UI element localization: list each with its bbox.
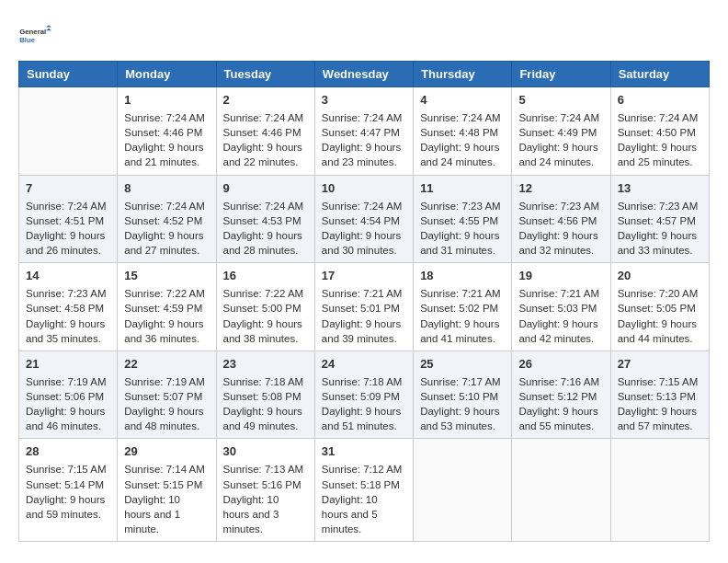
calendar-week-0: 1Sunrise: 7:24 AMSunset: 4:46 PMDaylight… [19, 87, 710, 176]
sunset-text: Sunset: 4:59 PM [124, 303, 202, 314]
daylight-text: Daylight: 9 hours and 55 minutes. [518, 406, 597, 431]
calendar-day-cell: 3Sunrise: 7:24 AMSunset: 4:47 PMDaylight… [314, 87, 413, 176]
sunrise-text: Sunrise: 7:20 AM [618, 288, 699, 299]
day-number: 10 [322, 180, 406, 197]
sunrise-text: Sunrise: 7:19 AM [26, 376, 107, 387]
sunset-text: Sunset: 5:15 PM [124, 479, 202, 490]
sunrise-text: Sunrise: 7:19 AM [124, 376, 205, 387]
daylight-text: Daylight: 9 hours and 39 minutes. [322, 318, 401, 344]
sunrise-text: Sunrise: 7:23 AM [420, 201, 501, 212]
daylight-text: Daylight: 9 hours and 25 minutes. [618, 142, 697, 167]
sunset-text: Sunset: 4:51 PM [26, 215, 104, 226]
day-number: 19 [518, 268, 603, 284]
sunset-text: Sunset: 5:06 PM [26, 391, 104, 402]
calendar-day-cell: 15Sunrise: 7:22 AMSunset: 4:59 PMDayligh… [118, 263, 216, 351]
daylight-text: Daylight: 9 hours and 49 minutes. [223, 406, 302, 431]
sunrise-text: Sunrise: 7:22 AM [124, 288, 205, 299]
sunset-text: Sunset: 4:50 PM [618, 127, 696, 138]
calendar-day-cell: 14Sunrise: 7:23 AMSunset: 4:58 PMDayligh… [19, 263, 118, 351]
day-number: 30 [223, 443, 308, 460]
sunrise-text: Sunrise: 7:21 AM [322, 288, 403, 299]
calendar-table: SundayMondayTuesdayWednesdayThursdayFrid… [18, 61, 710, 542]
calendar-day-cell: 29Sunrise: 7:14 AMSunset: 5:15 PMDayligh… [118, 439, 216, 542]
calendar-day-cell: 26Sunrise: 7:16 AMSunset: 5:12 PMDayligh… [512, 350, 610, 439]
calendar-day-cell: 17Sunrise: 7:21 AMSunset: 5:01 PMDayligh… [314, 263, 413, 351]
calendar-day-cell: 11Sunrise: 7:23 AMSunset: 4:55 PMDayligh… [414, 175, 512, 263]
sunset-text: Sunset: 5:05 PM [618, 303, 696, 314]
daylight-text: Daylight: 9 hours and 21 minutes. [124, 142, 203, 167]
sunset-text: Sunset: 5:00 PM [223, 303, 301, 314]
daylight-text: Daylight: 9 hours and 28 minutes. [223, 230, 302, 256]
sunset-text: Sunset: 4:53 PM [223, 215, 301, 226]
calendar-day-cell: 25Sunrise: 7:17 AMSunset: 5:10 PMDayligh… [414, 350, 512, 439]
day-number: 23 [223, 356, 308, 373]
page-header: General Blue [18, 18, 710, 52]
sunrise-text: Sunrise: 7:24 AM [124, 112, 205, 123]
sunrise-text: Sunrise: 7:24 AM [322, 201, 403, 212]
sunrise-text: Sunrise: 7:23 AM [518, 201, 599, 212]
calendar-day-cell: 22Sunrise: 7:19 AMSunset: 5:07 PMDayligh… [118, 350, 216, 439]
daylight-text: Daylight: 9 hours and 22 minutes. [223, 142, 302, 167]
calendar-day-cell: 2Sunrise: 7:24 AMSunset: 4:46 PMDaylight… [216, 87, 314, 176]
daylight-text: Daylight: 9 hours and 24 minutes. [518, 142, 597, 167]
sunrise-text: Sunrise: 7:12 AM [322, 464, 403, 475]
daylight-text: Daylight: 10 hours and 1 minute. [124, 494, 180, 534]
sunrise-text: Sunrise: 7:23 AM [618, 201, 699, 212]
daylight-text: Daylight: 9 hours and 24 minutes. [420, 142, 499, 167]
daylight-text: Daylight: 9 hours and 35 minutes. [26, 318, 105, 344]
day-number: 11 [420, 180, 505, 197]
calendar-day-cell: 23Sunrise: 7:18 AMSunset: 5:08 PMDayligh… [216, 350, 314, 439]
daylight-text: Daylight: 10 hours and 3 minutes. [223, 494, 279, 534]
sunrise-text: Sunrise: 7:16 AM [518, 376, 599, 387]
daylight-text: Daylight: 9 hours and 38 minutes. [223, 318, 302, 344]
daylight-text: Daylight: 9 hours and 51 minutes. [322, 406, 401, 431]
sunset-text: Sunset: 4:46 PM [124, 127, 202, 138]
sunrise-text: Sunrise: 7:24 AM [26, 201, 107, 212]
svg-text:Blue: Blue [19, 36, 36, 44]
sunrise-text: Sunrise: 7:15 AM [618, 376, 699, 387]
calendar-body: 1Sunrise: 7:24 AMSunset: 4:46 PMDaylight… [19, 87, 710, 542]
sunrise-text: Sunrise: 7:13 AM [223, 464, 304, 475]
calendar-day-cell: 30Sunrise: 7:13 AMSunset: 5:16 PMDayligh… [216, 439, 314, 542]
sunset-text: Sunset: 5:08 PM [223, 391, 301, 402]
daylight-text: Daylight: 9 hours and 30 minutes. [322, 230, 401, 256]
daylight-text: Daylight: 9 hours and 57 minutes. [618, 406, 697, 431]
calendar-week-2: 14Sunrise: 7:23 AMSunset: 4:58 PMDayligh… [19, 263, 710, 351]
daylight-text: Daylight: 10 hours and 5 minutes. [322, 494, 378, 534]
sunset-text: Sunset: 5:14 PM [26, 479, 104, 490]
sunset-text: Sunset: 4:57 PM [618, 215, 696, 226]
calendar-week-1: 7Sunrise: 7:24 AMSunset: 4:51 PMDaylight… [19, 175, 710, 263]
sunrise-text: Sunrise: 7:18 AM [223, 376, 304, 387]
day-number: 2 [223, 92, 308, 109]
calendar-day-cell: 6Sunrise: 7:24 AMSunset: 4:50 PMDaylight… [610, 87, 709, 176]
daylight-text: Daylight: 9 hours and 33 minutes. [618, 230, 697, 256]
svg-marker-3 [46, 29, 51, 30]
day-number: 13 [618, 180, 702, 197]
day-number: 17 [322, 268, 406, 284]
weekday-header-wednesday: Wednesday [314, 62, 413, 87]
sunset-text: Sunset: 4:55 PM [420, 215, 498, 226]
calendar-day-cell: 19Sunrise: 7:21 AMSunset: 5:03 PMDayligh… [512, 263, 610, 351]
weekday-header-saturday: Saturday [610, 62, 709, 87]
weekday-header-sunday: Sunday [19, 62, 118, 87]
sunrise-text: Sunrise: 7:23 AM [26, 288, 107, 299]
sunset-text: Sunset: 5:01 PM [322, 303, 400, 314]
sunset-text: Sunset: 5:07 PM [124, 391, 202, 402]
sunset-text: Sunset: 4:47 PM [322, 127, 400, 138]
day-number: 18 [420, 268, 505, 284]
day-number: 29 [124, 443, 209, 460]
svg-text:General: General [19, 28, 46, 36]
sunset-text: Sunset: 5:09 PM [322, 391, 400, 402]
sunset-text: Sunset: 5:16 PM [223, 479, 301, 490]
daylight-text: Daylight: 9 hours and 41 minutes. [420, 318, 499, 344]
calendar-day-cell [19, 87, 118, 176]
day-number: 4 [420, 92, 505, 109]
day-number: 1 [124, 92, 209, 109]
calendar-day-cell: 7Sunrise: 7:24 AMSunset: 4:51 PMDaylight… [19, 175, 118, 263]
daylight-text: Daylight: 9 hours and 46 minutes. [26, 406, 105, 431]
calendar-week-3: 21Sunrise: 7:19 AMSunset: 5:06 PMDayligh… [19, 350, 710, 439]
day-number: 24 [322, 356, 406, 373]
logo-svg: General Blue [18, 18, 51, 52]
sunset-text: Sunset: 4:56 PM [518, 215, 597, 226]
calendar-day-cell: 18Sunrise: 7:21 AMSunset: 5:02 PMDayligh… [414, 263, 512, 351]
